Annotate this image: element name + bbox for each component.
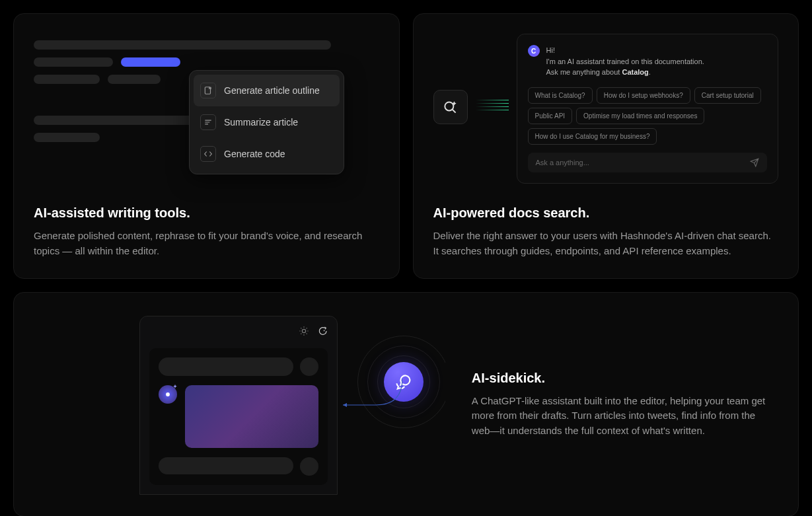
svg-marker-8 — [343, 403, 347, 407]
chip-public-api[interactable]: Public API — [528, 108, 573, 124]
svg-point-6 — [302, 329, 305, 332]
ai-context-menu: Generate article outline Summarize artic… — [189, 70, 344, 174]
writing-tools-illustration: Generate article outline Summarize artic… — [34, 34, 379, 186]
chat-input[interactable]: Ask a anything... — [528, 153, 768, 172]
menu-label: Summarize article — [224, 117, 298, 128]
skeleton-avatar — [300, 457, 318, 476]
card-description: Deliver the right answer to your users w… — [433, 229, 779, 258]
card-description: Generate polished content, rephrase to f… — [34, 229, 379, 258]
chat-panel: C Hi! I'm an AI assistant trained on thi… — [517, 34, 779, 184]
connector-lines — [476, 100, 509, 110]
skeleton-avatar — [300, 357, 318, 376]
chip-what-is-catalog[interactable]: What is Catalog? — [528, 87, 593, 104]
card-title: AI-powered docs search. — [433, 205, 779, 221]
summarize-icon — [200, 114, 216, 130]
card-title: AI-assisted writing tools. — [34, 205, 379, 221]
chip-business-use[interactable]: How do I use Catalog for my business? — [528, 128, 657, 145]
sidekick-card: AI-sidekick. A ChatGPT-like assistant bu… — [13, 292, 799, 516]
skeleton-bar — [159, 457, 293, 474]
svg-point-4 — [445, 102, 453, 110]
menu-summarize[interactable]: Summarize article — [194, 106, 340, 138]
code-icon — [200, 146, 216, 162]
sidekick-illustration — [14, 293, 445, 516]
suggestion-chips: What is Catalog? How do I setup webhooks… — [528, 87, 768, 145]
ai-search-icon-box — [433, 90, 468, 124]
chip-cart-tutorial[interactable]: Cart setup tutorial — [694, 87, 761, 104]
assistant-greeting: Hi! I'm an AI assistant trained on this … — [546, 45, 704, 78]
docs-search-illustration: C Hi! I'm an AI assistant trained on thi… — [433, 34, 779, 186]
magnifier-sparkle-icon — [442, 98, 459, 116]
menu-label: Generate code — [224, 149, 285, 159]
chip-optimise-load[interactable]: Optimise my load times and responses — [576, 108, 704, 124]
menu-generate-code[interactable]: Generate code — [194, 138, 340, 170]
menu-generate-outline[interactable]: Generate article outline — [194, 75, 340, 106]
concentric-rings — [351, 329, 445, 435]
outline-icon — [200, 83, 216, 98]
chip-setup-webhooks[interactable]: How do I setup webhooks? — [597, 87, 690, 104]
ai-response-block — [185, 385, 318, 448]
card-description: A ChatGPT-like assistant built into the … — [472, 394, 772, 439]
menu-label: Generate article outline — [224, 85, 320, 96]
card-title: AI-sidekick. — [472, 371, 772, 386]
assistant-avatar: C — [528, 45, 540, 57]
svg-point-7 — [166, 392, 170, 396]
skeleton-bar — [159, 357, 293, 376]
writing-tools-card: Generate article outline Summarize artic… — [13, 13, 400, 279]
svg-line-5 — [452, 110, 455, 113]
chat-input-placeholder: Ask a anything... — [536, 159, 589, 166]
new-chat-icon[interactable] — [317, 326, 328, 336]
send-icon[interactable] — [750, 158, 759, 167]
editor-mock-panel — [139, 316, 338, 495]
chat-bubble-icon — [384, 362, 424, 402]
ai-avatar-icon — [159, 385, 177, 404]
sun-icon[interactable] — [299, 326, 309, 336]
docs-search-card: C Hi! I'm an AI assistant trained on thi… — [413, 13, 799, 279]
